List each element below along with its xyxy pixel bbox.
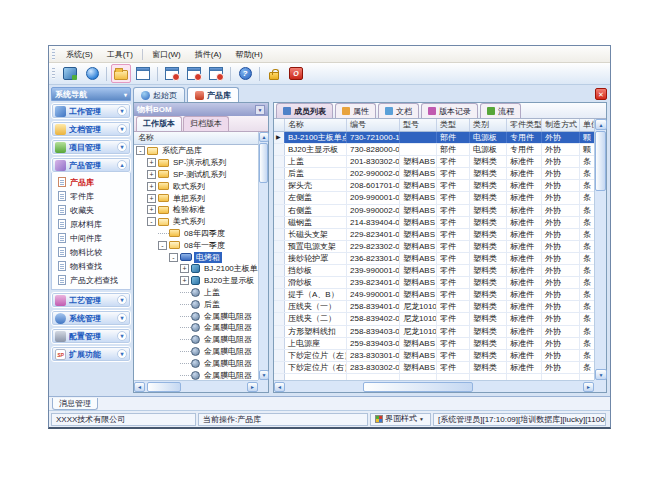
collapse-icon[interactable]: - [158,241,167,250]
sidebar-group-craft[interactable]: 工艺管理▾ [51,292,131,308]
tab-properties[interactable]: 属性 [335,103,376,118]
tree-hscroll-thumb[interactable] [147,382,181,392]
tree-node[interactable]: +SP-演示机系列 [134,157,258,169]
scroll-right-icon[interactable]: ► [583,382,594,392]
close-document-button[interactable] [162,64,182,83]
tree-node[interactable]: +检验标准 [134,204,258,216]
scroll-up-icon[interactable]: ▲ [259,132,269,142]
table-row[interactable]: 后盖202-990002-01X塑料ABS零件塑料类标准件外协条 [274,168,594,180]
table-row[interactable]: 接纱轮护罩236-823301-00X塑料ABS零件塑料类标准件外协条 [274,253,594,265]
menu-item-4[interactable]: 帮助(H) [228,47,269,62]
tab-workflow[interactable]: 流程 [480,103,521,118]
sidebar-group-project[interactable]: 项目管理▾ [51,139,131,155]
tree-node[interactable]: -08年一季度 [134,239,258,251]
table-row[interactable]: 提手（A、B）249-990001-01X塑料ABS零件塑料类标准件外协条 [274,289,594,301]
table-row[interactable]: 左侧盖209-990001-01X塑料ABS零件塑料类标准件外协条 [274,192,594,204]
sidebar-item-material-compare[interactable]: 物料比较 [58,245,130,259]
table-row[interactable]: 磁钢盖214-839404-01X塑料ABS零件塑料类标准件外协条 [274,217,594,229]
chevron-down-icon[interactable]: ▾ [117,142,127,152]
table-row[interactable]: 下纱定位片（左）283-830301-00X塑料ABS零件塑料类标准件外协条 [274,350,594,362]
table-row[interactable]: 下纱定位片（右）283-830302-00X塑料ABS零件塑料类标准件外协条 [274,362,594,374]
expand-icon[interactable]: + [147,205,156,214]
scroll-left-icon[interactable]: ◄ [274,382,285,392]
menu-item-3[interactable]: 插件(A) [188,47,229,62]
tree-column-header[interactable]: 名称 [134,132,268,145]
table-row[interactable]: 上电源座259-839403-00X塑料ABS零件塑料类标准件外协条 [274,338,594,350]
scroll-up-icon[interactable]: ▲ [595,119,607,130]
expand-icon[interactable]: + [147,194,156,203]
tree-node[interactable]: 后盖 [134,298,258,310]
sidebar-group-work[interactable]: 工作管理▾ [51,103,131,119]
column-header-3[interactable]: 类型 [437,119,470,131]
column-header-0[interactable]: 名称 [285,119,347,131]
chevron-down-icon[interactable]: ▾ [117,106,127,116]
expand-icon[interactable]: + [147,158,156,167]
chevron-down-icon[interactable]: ▾ [117,313,127,323]
sidebar-item-part-library[interactable]: 零件库 [58,189,130,203]
column-header-6[interactable]: 制造方式 [542,119,580,131]
table-row[interactable]: 压线夹（二）258-839402-00X尼龙1010零件塑料类标准件外协条 [274,313,594,325]
table-row[interactable]: 探头壳208-601701-01X塑料ABS零件塑料类标准件外协条 [274,180,594,192]
menu-item-0[interactable]: 系统(S) [59,47,100,62]
column-header-1[interactable]: 编号 [347,119,400,131]
desktop-button[interactable] [60,64,80,83]
chevron-down-icon[interactable]: ▾ [117,349,127,359]
sidebar-group-config[interactable]: 配置管理▾ [51,328,131,344]
tab-version-history[interactable]: 版本记录 [421,103,478,118]
expand-icon[interactable]: + [147,182,156,191]
sidebar-group-ext[interactable]: 扩展功能▾ [51,346,131,362]
bom-panel-menu-icon[interactable]: ▼ [255,105,265,115]
table-hscroll-thumb[interactable] [363,382,473,392]
tree-node[interactable]: -电烤箱 [134,251,258,263]
tree-vscroll-thumb[interactable] [259,143,268,183]
lock-button[interactable] [264,64,284,83]
tree-node[interactable]: +BJ20主显示板 [134,275,258,287]
help-button[interactable] [235,64,255,83]
expand-icon[interactable]: + [180,264,189,273]
tab-member-list[interactable]: 成员列表 [276,103,333,118]
tree-node[interactable]: +单把系列 [134,192,258,204]
collapse-icon[interactable]: - [147,217,156,226]
web-button[interactable] [82,64,102,83]
menu-grip-handle[interactable] [52,49,55,60]
sidebar-item-product-doc-search[interactable]: 产品文档查找 [58,273,130,287]
close-all-documents-button[interactable] [184,64,204,83]
chevron-up-icon[interactable]: ▴ [117,160,127,170]
table-vertical-scrollbar[interactable]: ▲ ▼ [594,119,606,380]
sidebar-collapse-icon[interactable]: ▾ [124,91,127,98]
tree-node[interactable]: 金属膜电阻器 [134,334,258,346]
tree-node[interactable]: +欧式系列 [134,180,258,192]
column-header-2[interactable]: 型号 [400,119,437,131]
close-tab-button[interactable]: ✕ [595,88,607,100]
scroll-down-icon[interactable]: ▼ [259,370,269,380]
menu-item-2[interactable]: 窗口(W) [145,47,188,62]
chevron-down-icon[interactable]: ▾ [117,124,127,134]
tab-active-document[interactable]: 产品库 [187,87,239,102]
tab-document[interactable]: 起始页 [133,87,185,102]
scroll-left-icon[interactable]: ◄ [134,382,145,392]
tree-node[interactable]: 金属膜电阻器 [134,369,258,380]
table-row[interactable]: 滑纱板239-823401-00X塑料ABS零件塑料类标准件外协条 [274,277,594,289]
sidebar-group-system[interactable]: 系统管理▾ [51,310,131,326]
sidebar-item-favorites[interactable]: 收藏夹 [58,203,130,217]
sidebar-group-product[interactable]: 产品管理▴ [51,157,131,173]
table-row[interactable]: 上盖201-830302-00X塑料ABS零件塑料类标准件外协条 [274,156,594,168]
expand-icon[interactable]: + [147,170,156,179]
table-row[interactable]: 压线夹（一）258-839401-00X尼龙1010零件塑料类标准件外协条 [274,301,594,313]
chevron-down-icon[interactable]: ▾ [117,295,127,305]
tree-node[interactable]: +SP-测试机系列 [134,169,258,181]
sidebar-item-material-search[interactable]: 物料查找 [58,259,130,273]
tree-node[interactable]: 金属膜电阻器 [134,357,258,369]
sidebar-item-intermediate-library[interactable]: 中间件库 [58,231,130,245]
table-row[interactable]: 预置电源支架229-823302-00X塑料ABS零件塑料类标准件外协条 [274,241,594,253]
tree-vertical-scrollbar[interactable]: ▲ ▼ [258,132,268,380]
sidebar-item-raw-material-library[interactable]: 原材料库 [58,217,130,231]
tree-node[interactable]: 08年四季度 [134,228,258,240]
tree-node[interactable]: -美式系列 [134,216,258,228]
tree-node[interactable]: -系统产品库 [134,145,258,157]
table-row[interactable]: 方形塑料线扣258-839403-00X尼龙1010零件塑料类标准件外协条 [274,326,594,338]
tree-node[interactable]: 上盖 [134,287,258,299]
table-row[interactable]: 长磁头支架229-823401-00X塑料ABS零件塑料类标准件外协条 [274,229,594,241]
scroll-down-icon[interactable]: ▼ [595,369,607,380]
column-header-4[interactable]: 类别 [470,119,507,131]
